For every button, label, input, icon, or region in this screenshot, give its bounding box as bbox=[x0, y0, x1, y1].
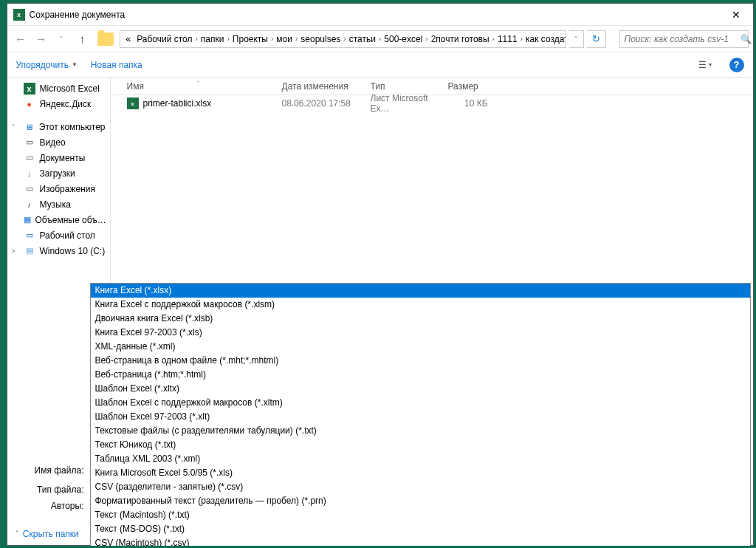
breadcrumb-segment[interactable]: 2почти готовы bbox=[428, 34, 492, 44]
filetype-option[interactable]: Шаблон Excel (*.xltx) bbox=[91, 382, 750, 396]
sidebar-item[interactable]: ↓Загрузки bbox=[7, 165, 110, 181]
filetype-option[interactable]: CSV (Macintosh) (*.csv) bbox=[91, 536, 750, 546]
sidebar-item[interactable]: ♪Музыка bbox=[7, 196, 110, 212]
filetype-option[interactable]: Книга Excel 97-2003 (*.xls) bbox=[91, 326, 750, 340]
search-icon[interactable]: 🔍 bbox=[740, 34, 752, 44]
filetype-option[interactable]: CSV (разделители - запятые) (*.csv) bbox=[91, 480, 750, 494]
file-name: primer-tablici.xlsx bbox=[143, 98, 212, 109]
sidebar-item[interactable]: ●Яндекс.Диск bbox=[7, 96, 110, 112]
titlebar: Сохранение документа ✕ bbox=[7, 4, 753, 26]
refresh-button[interactable]: ↻ bbox=[587, 30, 606, 48]
save-dialog: Сохранение документа ✕ ← → ˅ ↑ «Рабочий … bbox=[7, 3, 754, 546]
breadcrumb[interactable]: «Рабочий стол›папки›Проекты›мои›seopulse… bbox=[120, 30, 566, 48]
sidebar-item-icon: ▭ bbox=[24, 152, 35, 164]
breadcrumb-segment[interactable]: 1111 bbox=[495, 34, 520, 44]
sidebar-item[interactable]: ▭Рабочий стол bbox=[7, 227, 110, 243]
breadcrumb-segment[interactable]: Рабочий стол bbox=[134, 34, 195, 44]
up-button[interactable]: ↑ bbox=[74, 30, 92, 48]
sidebar-item-icon: ▤ bbox=[24, 245, 35, 257]
excel-file-icon: x bbox=[127, 97, 139, 109]
sidebar-item[interactable]: ▭Документы bbox=[7, 150, 110, 165]
filetype-option[interactable]: Книга Excel (*.xlsx) bbox=[91, 284, 750, 298]
sidebar-item-icon: ↓ bbox=[24, 168, 35, 179]
breadcrumb-prefix: « bbox=[123, 34, 134, 44]
col-size[interactable]: Размер bbox=[442, 81, 494, 92]
search-box[interactable]: 🔍 bbox=[619, 30, 749, 48]
file-size: 10 КБ bbox=[442, 98, 494, 109]
sidebar-item-icon: 🖥 bbox=[24, 121, 35, 133]
filetype-option[interactable]: Таблица XML 2003 (*.xml) bbox=[91, 452, 750, 466]
filetype-option[interactable]: Текст (Macintosh) (*.txt) bbox=[91, 508, 750, 522]
close-button[interactable]: ✕ bbox=[720, 4, 753, 25]
filetype-option[interactable]: Двоичная книга Excel (*.xlsb) bbox=[91, 312, 750, 326]
view-options-button[interactable]: ☰ ▼ bbox=[695, 57, 716, 73]
expand-icon[interactable]: ˅ bbox=[12, 123, 16, 131]
sidebar-item[interactable]: ▭Изображения bbox=[7, 181, 110, 196]
sidebar-item[interactable]: ▭Видео bbox=[7, 134, 110, 150]
breadcrumb-segment[interactable]: Проекты bbox=[230, 34, 271, 44]
navigation-row: ← → ˅ ↑ «Рабочий стол›папки›Проекты›мои›… bbox=[7, 26, 753, 52]
breadcrumb-history-button[interactable]: ˅ bbox=[569, 30, 584, 48]
chevron-up-icon: ˆ bbox=[16, 530, 18, 538]
sidebar-item-icon: ♪ bbox=[24, 199, 35, 210]
toolbar: Упорядочить ▼ Новая папка ☰ ▼ ? bbox=[7, 52, 753, 78]
sidebar-item-icon: ▭ bbox=[24, 230, 35, 242]
sidebar-item[interactable]: ▦Объемные объ… bbox=[7, 212, 110, 227]
sidebar-item-icon: ▦ bbox=[24, 214, 31, 226]
breadcrumb-segment[interactable]: статьи bbox=[346, 34, 379, 44]
sidebar-item-label: Объемные объ… bbox=[35, 215, 106, 225]
col-type[interactable]: Тип bbox=[365, 81, 442, 92]
breadcrumb-segment[interactable]: seopulses bbox=[298, 34, 343, 44]
filetype-option[interactable]: Книга Excel с поддержкой макросов (*.xls… bbox=[91, 298, 750, 312]
sidebar-item[interactable]: ˅🖥Этот компьютер bbox=[7, 119, 110, 134]
col-name[interactable]: Имяˆ bbox=[121, 81, 276, 92]
window-title: Сохранение документа bbox=[30, 10, 720, 20]
sidebar-item-label: Изображения bbox=[40, 184, 95, 194]
sidebar-item[interactable]: xMicrosoft Excel bbox=[7, 81, 110, 96]
sidebar-item-label: Видео bbox=[40, 137, 66, 148]
breadcrumb-segment[interactable]: 500-excel bbox=[381, 34, 425, 44]
sidebar-item-label: Windows 10 (C:) bbox=[40, 246, 106, 256]
filetype-option[interactable]: Текстовые файлы (с разделителями табуляц… bbox=[91, 424, 750, 438]
organize-button[interactable]: Упорядочить ▼ bbox=[16, 60, 78, 70]
sidebar-item-icon: x bbox=[24, 83, 35, 95]
authors-label: Авторы: bbox=[16, 501, 90, 511]
sidebar-item-icon: ▭ bbox=[24, 137, 35, 148]
file-row[interactable]: xprimer-tablici.xlsx08.06.2020 17:58Лист… bbox=[111, 95, 753, 112]
breadcrumb-segment[interactable]: папки bbox=[198, 34, 227, 44]
help-button[interactable]: ? bbox=[729, 58, 744, 72]
file-date: 08.06.2020 17:58 bbox=[276, 98, 365, 109]
filetype-dropdown[interactable]: Книга Excel (*.xlsx)Книга Excel с поддер… bbox=[90, 283, 751, 546]
filetype-option[interactable]: Шаблон Excel 97-2003 (*.xlt) bbox=[91, 410, 750, 424]
excel-icon bbox=[13, 9, 25, 21]
filetype-option[interactable]: Веб-страница в одном файле (*.mht;*.mhtm… bbox=[91, 354, 750, 368]
folder-icon bbox=[97, 32, 114, 46]
sidebar-item-icon: ● bbox=[24, 98, 35, 110]
breadcrumb-segment[interactable]: как создать csv-1 bbox=[523, 34, 566, 44]
sidebar-item-label: Рабочий стол bbox=[40, 230, 95, 241]
filename-label: Имя файла: bbox=[16, 465, 90, 476]
back-button[interactable]: ← bbox=[12, 30, 30, 48]
sidebar-item-label: Загрузки bbox=[40, 168, 75, 179]
filetype-option[interactable]: Форматированный текст (разделитель — про… bbox=[91, 494, 750, 508]
sidebar-item-label: Microsoft Excel bbox=[40, 83, 100, 94]
forward-button: → bbox=[32, 30, 50, 48]
filetype-option[interactable]: Текст Юникод (*.txt) bbox=[91, 438, 750, 452]
new-folder-button[interactable]: Новая папка bbox=[91, 60, 142, 70]
filetype-option[interactable]: Шаблон Excel с поддержкой макросов (*.xl… bbox=[91, 396, 750, 410]
file-type: Лист Microsoft Ex… bbox=[365, 93, 442, 114]
search-input[interactable] bbox=[620, 34, 740, 44]
filetype-option[interactable]: Веб-страница (*.htm;*.html) bbox=[91, 368, 750, 382]
expand-icon[interactable]: > bbox=[12, 247, 16, 255]
filetype-option[interactable]: Книга Microsoft Excel 5.0/95 (*.xls) bbox=[91, 466, 750, 480]
breadcrumb-segment[interactable]: мои bbox=[273, 34, 295, 44]
recent-menu-button[interactable]: ˅ bbox=[53, 30, 71, 48]
sidebar-item[interactable]: >▤Windows 10 (C:) bbox=[7, 243, 110, 258]
col-date[interactable]: Дата изменения bbox=[276, 81, 365, 92]
sidebar-item-icon: ▭ bbox=[24, 183, 35, 195]
filetype-option[interactable]: Текст (MS-DOS) (*.txt) bbox=[91, 522, 750, 536]
filetype-label: Тип файла: bbox=[16, 484, 90, 495]
filetype-option[interactable]: XML-данные (*.xml) bbox=[91, 340, 750, 354]
sidebar-item-label: Этот компьютер bbox=[39, 122, 106, 132]
sidebar-item-label: Яндекс.Диск bbox=[40, 99, 92, 109]
